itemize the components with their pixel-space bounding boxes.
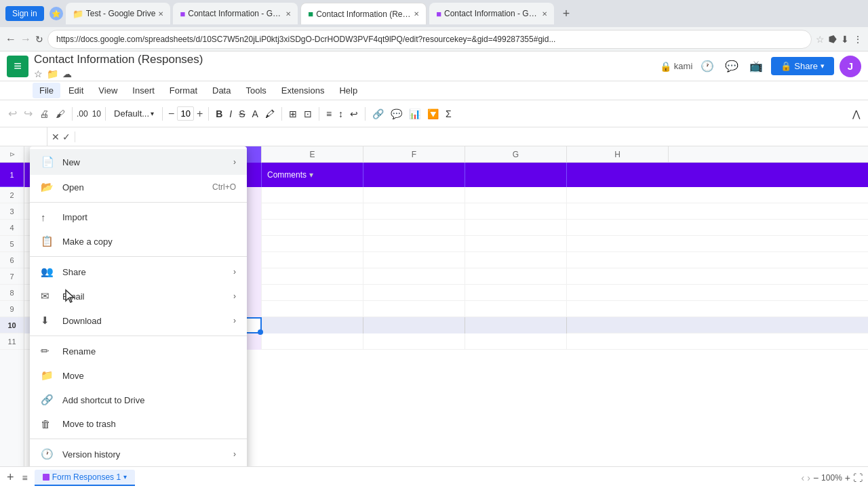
font-size-increase[interactable]: + (195, 106, 204, 121)
chart-button[interactable]: 📊 (406, 106, 423, 122)
cloud-button[interactable]: ☁ (62, 68, 72, 79)
tab-contact-form[interactable]: ■ Contact Information - Go... ✕ (173, 3, 298, 24)
cell-e3[interactable] (262, 203, 363, 220)
cell-f5[interactable] (363, 236, 465, 252)
bookmark-button[interactable]: ☆ (816, 34, 825, 45)
menu-item-file[interactable]: File (33, 83, 60, 98)
cell-e6[interactable] (262, 252, 363, 268)
halign-button[interactable]: ≡ (323, 106, 334, 122)
download-indicator[interactable]: ⬇ (841, 34, 849, 45)
menu-item-download[interactable]: ⬇ Download › (30, 308, 247, 333)
cell-g6[interactable] (465, 252, 567, 268)
col-f[interactable]: F (363, 146, 465, 163)
zoom-in-sheet[interactable]: + (845, 472, 850, 483)
back-button[interactable]: ← (5, 33, 16, 45)
cell-f8[interactable] (363, 285, 465, 301)
tab-responses-close[interactable]: ✕ (414, 10, 419, 18)
menu-item-rename[interactable]: ✏ Rename (30, 339, 247, 363)
redo-button[interactable]: ↪ (21, 104, 35, 123)
menu-item-insert[interactable]: Insert (125, 83, 161, 98)
filter-button[interactable]: 🔽 (425, 106, 441, 122)
browser-menu-button[interactable]: ⋮ (853, 34, 863, 45)
new-tab-button[interactable]: + (557, 4, 576, 23)
cell-e7[interactable] (262, 268, 363, 285)
fullscreen-btn[interactable]: ⛶ (853, 472, 863, 483)
menu-item-add-shortcut[interactable]: 🔗 Add shortcut to Drive (30, 388, 247, 412)
wrap-button[interactable]: ↩ (347, 106, 361, 122)
text-color-button[interactable]: A (250, 106, 261, 122)
cell-g3[interactable] (465, 203, 567, 220)
font-size-decrease[interactable]: − (167, 106, 176, 121)
tab-contact-responses[interactable]: ■ Contact Information (Res... ✕ (300, 3, 427, 24)
cell-e2[interactable] (262, 187, 363, 203)
star-button[interactable]: ☆ (34, 68, 43, 79)
menu-item-version-history[interactable]: 🕐 Version history › (30, 442, 247, 466)
link-button[interactable]: 🔗 (370, 106, 387, 122)
tab-contact-form2[interactable]: ■ Contact Information - Go... ✕ (429, 3, 554, 24)
col-g[interactable]: G (465, 146, 567, 163)
menu-item-new[interactable]: 📄 New › (30, 149, 247, 175)
forward-button[interactable]: → (20, 33, 31, 45)
menu-item-make-copy[interactable]: 📋 Make a copy (30, 229, 247, 253)
menu-item-tools[interactable]: Tools (239, 83, 273, 98)
cell-g4[interactable] (465, 220, 567, 236)
tab-contact-form2-close[interactable]: ✕ (542, 10, 547, 18)
cell-e5[interactable] (262, 236, 363, 252)
menu-item-help[interactable]: Help (332, 83, 364, 98)
folder-button[interactable]: 📁 (47, 68, 58, 79)
menu-item-data[interactable]: Data (205, 83, 237, 98)
cell-g7[interactable] (465, 268, 567, 285)
comments-button[interactable]: 💬 (722, 57, 741, 75)
extensions-button[interactable]: ⭓ (829, 34, 837, 45)
cell-ref-box[interactable] (0, 127, 47, 146)
tab-test-close[interactable]: ✕ (158, 10, 163, 18)
formula-accept[interactable]: ✓ (62, 131, 71, 142)
menu-item-email[interactable]: ✉ Email › (30, 284, 247, 308)
history-button[interactable]: 🕐 (698, 57, 717, 75)
cell-e10[interactable] (262, 317, 363, 333)
menu-item-view[interactable]: View (92, 83, 124, 98)
cell-g10[interactable] (465, 317, 567, 333)
italic-button[interactable]: I (226, 106, 235, 122)
paint-format-button[interactable]: 🖌 (53, 106, 68, 122)
scroll-right-btn[interactable]: › (807, 472, 810, 483)
menu-item-edit[interactable]: Edit (62, 83, 90, 98)
cell-g5[interactable] (465, 236, 567, 252)
sign-in-button[interactable]: Sign in (5, 6, 44, 21)
col-h[interactable]: H (567, 146, 669, 163)
menu-item-import[interactable]: ↑ Import (30, 205, 247, 229)
cell-f9[interactable] (363, 301, 465, 317)
col-e[interactable]: E (262, 146, 363, 163)
tab-test[interactable]: 📁 Test - Google Drive ✕ (66, 3, 171, 24)
avatar[interactable]: J (840, 56, 861, 77)
cell-e8[interactable] (262, 285, 363, 301)
menu-item-extensions[interactable]: Extensions (275, 83, 332, 98)
strikethrough-button[interactable]: S (236, 106, 248, 122)
cell-g2[interactable] (465, 187, 567, 203)
borders-button[interactable]: ⊞ (286, 106, 300, 122)
menu-item-move[interactable]: 📁 Move (30, 363, 247, 388)
cell-g8[interactable] (465, 285, 567, 301)
cell-f4[interactable] (363, 220, 465, 236)
add-sheet-button[interactable]: + (5, 469, 16, 486)
functions-button[interactable]: Σ (443, 106, 454, 122)
print-button[interactable]: 🖨 (37, 106, 52, 122)
cell-f10[interactable] (363, 317, 465, 333)
cell-f3[interactable] (363, 203, 465, 220)
merge-button[interactable]: ⊡ (301, 106, 315, 122)
cell-e4[interactable] (262, 220, 363, 236)
undo-button[interactable]: ↩ (5, 104, 20, 123)
zoom-out-sheet[interactable]: − (813, 472, 818, 483)
highlight-button[interactable]: 🖍 (262, 106, 277, 122)
address-input[interactable] (47, 30, 812, 49)
scroll-left-btn[interactable]: ‹ (802, 472, 805, 483)
reload-button[interactable]: ↻ (35, 34, 43, 45)
valign-button[interactable]: ↕ (336, 106, 346, 122)
cell-e9[interactable] (262, 301, 363, 317)
cell-f6[interactable] (363, 252, 465, 268)
cell-g9[interactable] (465, 301, 567, 317)
present-button[interactable]: 📺 (747, 57, 766, 75)
font-name-dropdown[interactable]: Default... ▾ (110, 106, 158, 121)
formula-input[interactable] (75, 127, 868, 146)
menu-item-share[interactable]: 👥 Share › (30, 260, 247, 284)
